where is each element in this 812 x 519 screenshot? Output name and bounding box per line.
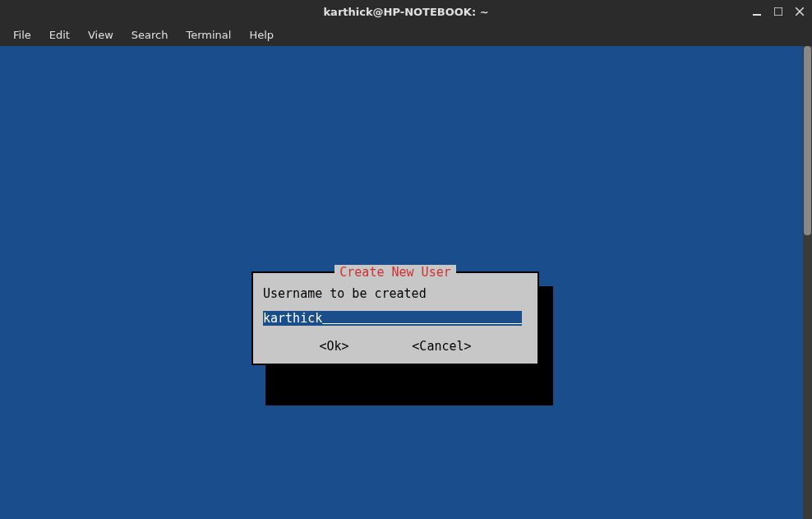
input-padding — [322, 311, 522, 326]
maximize-icon[interactable] — [773, 7, 784, 17]
menu-terminal[interactable]: Terminal — [178, 25, 239, 44]
ok-button[interactable]: <Ok> — [319, 339, 348, 354]
username-input[interactable]: karthick — [263, 311, 522, 326]
scrollbar-thumb[interactable] — [804, 46, 811, 235]
window-controls — [751, 0, 805, 23]
dialog-title: Create New User — [253, 265, 537, 280]
minimize-icon[interactable] — [751, 7, 763, 17]
cancel-button[interactable]: <Cancel> — [412, 339, 471, 354]
svg-rect-0 — [753, 14, 761, 16]
dialog-prompt: Username to be created — [263, 286, 528, 301]
close-icon[interactable] — [794, 7, 805, 17]
menu-edit[interactable]: Edit — [41, 25, 78, 44]
window-titlebar: karthick@HP-NOTEBOOK: ~ — [0, 0, 812, 23]
svg-rect-1 — [774, 7, 782, 16]
menu-file[interactable]: File — [5, 25, 39, 44]
menu-search[interactable]: Search — [123, 25, 177, 44]
window-title: karthick@HP-NOTEBOOK: ~ — [323, 6, 488, 18]
menubar: File Edit View Search Terminal Help — [0, 23, 812, 46]
terminal-area[interactable]: Create New User Username to be created k… — [0, 46, 812, 519]
create-user-dialog: Create New User Username to be created k… — [251, 271, 539, 365]
menu-help[interactable]: Help — [241, 25, 282, 44]
username-input-value: karthick — [263, 311, 322, 326]
menu-view[interactable]: View — [80, 25, 122, 44]
scrollbar[interactable] — [803, 46, 812, 519]
